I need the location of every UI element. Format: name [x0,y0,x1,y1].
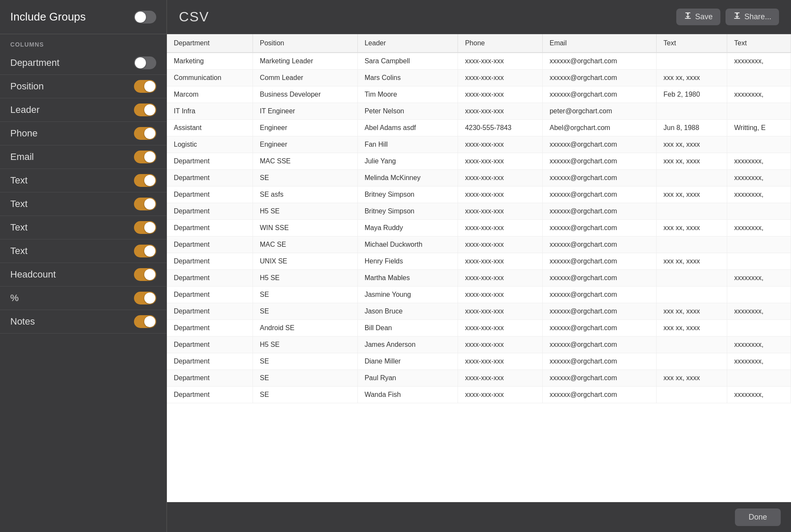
table-cell: James Anderson [357,337,458,353]
table-cell: xxx xx, xxxx [657,186,727,203]
table-column-header: Leader [357,34,458,53]
table-cell [727,236,791,253]
table-row: DepartmentSEWanda Fishxxxx-xxx-xxxxxxxxx… [167,387,791,403]
column-toggle[interactable] [134,103,156,116]
table-row: DepartmentH5 SEBritney Simpsonxxxx-xxx-x… [167,203,791,220]
table-row: DepartmentH5 SEJames Andersonxxxx-xxx-xx… [167,337,791,353]
share-icon [733,12,741,22]
column-item-label: Text [10,198,27,210]
table-cell: Department [167,287,253,303]
table-row: CommunicationComm LeaderMars Colinsxxxx-… [167,70,791,86]
table-cell: xxxx-xxx-xxx [458,136,543,153]
table-cell: Department [167,220,253,236]
table-cell: xxxx-xxx-xxx [458,270,543,287]
table-row: DepartmentWIN SSEMaya Ruddyxxxx-xxx-xxxx… [167,220,791,236]
include-groups-toggle[interactable] [134,11,156,24]
table-cell: Department [167,170,253,186]
column-toggle[interactable] [134,174,156,187]
table-cell: xxx xx, xxxx [657,370,727,387]
table-cell: Marcom [167,86,253,103]
table-cell: Paul Ryan [357,370,458,387]
column-toggle[interactable] [134,268,156,281]
table-cell: Mars Colins [357,70,458,86]
column-item: Text [0,216,167,239]
table-cell [727,287,791,303]
table-cell: UNIX SE [253,253,358,270]
column-toggle[interactable] [134,245,156,257]
table-cell: Feb 2, 1980 [657,86,727,103]
sidebar-header: Include Groups [0,0,167,34]
table-cell: xxx xx, xxxx [657,136,727,153]
table-row: LogisticEngineerFan Hillxxxx-xxx-xxxxxxx… [167,136,791,153]
table-cell: xxxxxxxx, [727,353,791,370]
table-cell [727,136,791,153]
table-cell: SE [253,303,358,320]
table-cell: xxxx-xxx-xxx [458,387,543,403]
table-cell: SE [253,387,358,403]
table-cell: xxxx-xxx-xxx [458,203,543,220]
table-column-header: Email [542,34,656,53]
table-cell [657,387,727,403]
table-cell: Michael Duckworth [357,236,458,253]
table-cell: MAC SSE [253,153,358,170]
column-item-label: Email [10,151,34,163]
table-cell: xxxx-xxx-xxx [458,220,543,236]
main-footer: Done [167,502,791,532]
table-cell: xxxxxxxx, [727,270,791,287]
save-button[interactable]: Save [676,9,720,25]
table-cell [727,203,791,220]
table-cell: Diane Miller [357,353,458,370]
table-cell: Engineer [253,120,358,136]
table-cell: SE [253,287,358,303]
table-cell: Peter Nelson [357,103,458,120]
column-toggle[interactable] [134,127,156,140]
table-cell: Martha Mables [357,270,458,287]
table-column-header: Position [253,34,358,53]
table-cell [657,236,727,253]
table-cell: xxxx-xxx-xxx [458,186,543,203]
table-cell: xxxxxxxx, [727,387,791,403]
table-cell: xxxxxx@orgchart.com [542,387,656,403]
table-cell: Britney Simpson [357,203,458,220]
table-row: AssistantEngineerAbel Adams asdf4230-555… [167,120,791,136]
column-toggle[interactable] [134,198,156,210]
table-cell: xxxx-xxx-xxx [458,303,543,320]
column-toggle[interactable] [134,56,156,69]
table-cell: xxxxxxxx, [727,337,791,353]
column-item-label: % [10,293,19,304]
column-item-label: Phone [10,128,38,139]
column-toggle[interactable] [134,221,156,234]
column-item: Email [0,145,167,169]
table-cell: xxxxxx@orgchart.com [542,253,656,270]
table-column-header: Text [727,34,791,53]
main-header: CSV Save [167,0,791,34]
column-item-label: Position [10,81,44,92]
column-item: Text [0,192,167,216]
svg-rect-5 [734,18,740,19]
table-row: MarcomBusiness DeveloperTim Moorexxxx-xx… [167,86,791,103]
table-cell: Department [167,270,253,287]
table-row: DepartmentSEJason Brucexxxx-xxx-xxxxxxxx… [167,303,791,320]
table-cell: xxxx-xxx-xxx [458,70,543,86]
column-toggle[interactable] [134,292,156,304]
table-cell: Department [167,337,253,353]
table-cell: Melinda McKinney [357,170,458,186]
table-cell: Marketing [167,53,253,70]
column-toggle[interactable] [134,80,156,93]
header-actions: Save Share... [676,9,779,25]
table-cell: Department [167,353,253,370]
table-cell: Tim Moore [357,86,458,103]
table-cell: Department [167,153,253,170]
table-cell: xxxxxxxx, [727,170,791,186]
done-button[interactable]: Done [735,508,781,526]
table-cell: Marketing Leader [253,53,358,70]
share-label: Share... [744,12,771,21]
column-toggle[interactable] [134,315,156,328]
column-toggle[interactable] [134,151,156,163]
share-button[interactable]: Share... [726,9,779,25]
table-cell: xxxx-xxx-xxx [458,236,543,253]
table-cell [657,53,727,70]
table-cell: xxxxxx@orgchart.com [542,270,656,287]
table-cell: xxx xx, xxxx [657,70,727,86]
table-cell: xxxxxx@orgchart.com [542,370,656,387]
